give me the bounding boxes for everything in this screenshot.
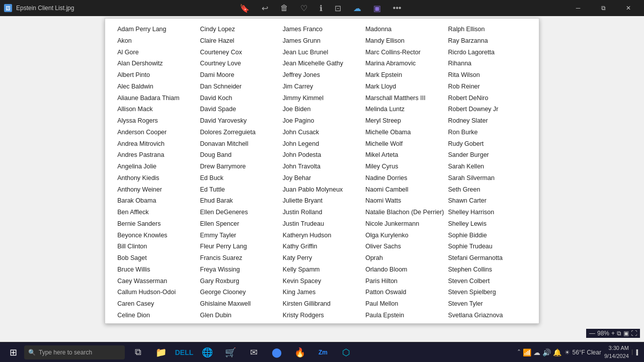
list-item: Alan Dershowitz bbox=[115, 58, 198, 69]
list-item: Charles Barkley bbox=[115, 321, 198, 324]
fit-button[interactable]: ⧉ bbox=[617, 330, 621, 337]
file-explorer-icon[interactable]: 📁 bbox=[150, 342, 172, 363]
search-placeholder: Type here to search bbox=[39, 349, 92, 356]
info-icon[interactable]: ℹ bbox=[317, 3, 325, 14]
list-item: Lady Gaga bbox=[281, 321, 363, 324]
heart-icon[interactable]: ♡ bbox=[298, 3, 309, 14]
document-view: Adam Perry LangCindy LopezJames FrancoMa… bbox=[105, 18, 539, 324]
list-item: Jim Carrey bbox=[281, 81, 363, 93]
weather-icon: ☀ bbox=[565, 349, 570, 356]
zoom-level: 98% bbox=[597, 330, 609, 337]
start-button[interactable]: ⊞ bbox=[2, 342, 24, 363]
task-view-button[interactable]: ⧉ bbox=[127, 342, 149, 363]
list-item: Sander Burger bbox=[446, 149, 528, 161]
list-item: Sophie Biddie bbox=[446, 230, 528, 241]
list-item: Sarah Silverman bbox=[446, 172, 528, 184]
list-item: Francis Suarez bbox=[198, 252, 281, 264]
taskbar: ⊞ 🔍 Type here to search ⧉ 📁 DELL 🌐 🛒 ✉ ⬤… bbox=[0, 342, 644, 362]
store-icon[interactable]: 🛒 bbox=[219, 342, 242, 363]
onedrive-icon[interactable]: ☁ bbox=[533, 348, 540, 356]
show-desktop-button[interactable]: ▐ bbox=[632, 349, 638, 355]
list-item: Kristy Rodgers bbox=[281, 310, 363, 321]
list-item: Kathy Griffin bbox=[281, 241, 363, 252]
list-item: Akon bbox=[115, 35, 198, 47]
list-item: Sophie Trudeau bbox=[446, 241, 528, 252]
clock[interactable]: 3:30 AM 9/14/2024 bbox=[604, 344, 629, 360]
more-icon[interactable]: ••• bbox=[391, 3, 404, 14]
app6-icon[interactable]: 🔥 bbox=[289, 342, 311, 363]
list-item: Albert Pinto bbox=[115, 69, 198, 81]
title-bar: 🖼 Epstein Client List.jpg 🔖 ↩ 🗑 ♡ ℹ ⊡ ☁ … bbox=[0, 0, 644, 16]
list-item: Gary Roxburg bbox=[198, 276, 281, 287]
list-item: Adam Perry Lang bbox=[115, 24, 198, 35]
zoom-indicator: — 98% + ⧉ ▣ ⛶ bbox=[586, 329, 640, 338]
search-bar[interactable]: 🔍 Type here to search bbox=[24, 345, 125, 359]
weather-widget[interactable]: ☀ 56°F Clear bbox=[565, 349, 601, 356]
fullscreen-button[interactable]: ⛶ bbox=[631, 330, 637, 337]
list-item: Angelina Jolie bbox=[115, 161, 198, 172]
list-item: Rita Wilson bbox=[446, 69, 528, 81]
list-item: Steven Spielberg bbox=[446, 287, 528, 298]
list-item: Meryl Streep bbox=[363, 115, 446, 127]
bookmark-icon[interactable]: 🔖 bbox=[237, 3, 252, 14]
list-item: Seth Green bbox=[446, 184, 528, 196]
list-item: Bruce Willis bbox=[115, 264, 198, 276]
cloud-icon[interactable]: ☁ bbox=[351, 3, 363, 14]
zoom-out-button[interactable]: — bbox=[589, 330, 595, 337]
list-item: Paul Mellon bbox=[363, 298, 446, 310]
list-item: John Travolta bbox=[281, 161, 363, 172]
list-item: Madonna bbox=[363, 24, 446, 35]
window-title: Epstein Client List.jpg bbox=[16, 5, 74, 12]
list-item: Claire Hazel bbox=[198, 35, 281, 47]
list-item: Freya Wissing bbox=[198, 264, 281, 276]
list-item: Dolores Zorreguieta bbox=[198, 127, 281, 138]
list-item: King James bbox=[281, 287, 363, 298]
list-item: Jean Luc Brunel bbox=[281, 47, 363, 58]
list-item: Alyssa Rogers bbox=[115, 115, 198, 127]
list-item: Bill Clinton bbox=[115, 241, 198, 252]
zoom-icon[interactable]: Zm bbox=[312, 342, 334, 363]
chrome-icon[interactable]: ⬤ bbox=[266, 342, 288, 363]
grid-icon[interactable]: ▣ bbox=[371, 3, 383, 14]
list-item: Andres Pastrana bbox=[115, 149, 198, 161]
list-item: Stephen Collins bbox=[446, 264, 528, 276]
list-item: Miley Cyrus bbox=[363, 161, 446, 172]
view-mode-button[interactable]: ▣ bbox=[623, 330, 629, 337]
list-item: Kevin Spacey bbox=[281, 276, 363, 287]
dell-icon[interactable]: DELL bbox=[173, 342, 195, 363]
close-button[interactable]: ✕ bbox=[617, 0, 640, 16]
list-item: Ron Burke bbox=[446, 127, 528, 138]
list-item: Greg Holbert bbox=[198, 321, 281, 324]
list-item: Shelley Harrison bbox=[446, 207, 528, 218]
volume-icon[interactable]: 🔊 bbox=[542, 348, 551, 356]
zoom-in-button[interactable]: + bbox=[611, 330, 615, 337]
list-item: Anthony Kiedis bbox=[115, 172, 198, 184]
list-item: Patton Oswald bbox=[363, 287, 446, 298]
share-icon[interactable]: ⊡ bbox=[333, 3, 343, 14]
list-item: Robert Downey Jr bbox=[446, 104, 528, 115]
names-list: Adam Perry LangCindy LopezJames FrancoMa… bbox=[115, 24, 529, 324]
list-item: Joy Behar bbox=[281, 172, 363, 184]
list-item: Emmy Tayler bbox=[198, 230, 281, 241]
list-item: Paula Hala bbox=[363, 321, 446, 324]
network-icon[interactable]: 📶 bbox=[523, 348, 531, 356]
mail-icon[interactable]: ✉ bbox=[243, 342, 265, 363]
title-bar-left: 🖼 Epstein Client List.jpg bbox=[4, 4, 74, 12]
list-item: Jeffrey Jones bbox=[281, 69, 363, 81]
app7-icon[interactable]: ⬡ bbox=[335, 342, 357, 363]
list-item: Steven Colbert bbox=[446, 276, 528, 287]
app-icon: 🖼 bbox=[4, 4, 12, 12]
list-item: Ed Buck bbox=[198, 172, 281, 184]
list-item: John Podesta bbox=[281, 149, 363, 161]
tray-chevron[interactable]: ˄ bbox=[517, 348, 521, 356]
list-item: Robert DeNiro bbox=[446, 93, 528, 104]
delete-icon[interactable]: 🗑 bbox=[278, 3, 290, 14]
maximize-button[interactable]: ⧉ bbox=[592, 0, 615, 16]
list-item: Oprah bbox=[363, 252, 446, 264]
battery-notification-icon[interactable]: 🔔 bbox=[553, 348, 561, 356]
list-item: John Cusack bbox=[281, 127, 363, 138]
edge-icon[interactable]: 🌐 bbox=[196, 342, 218, 363]
list-item: Ellen Spencer bbox=[198, 218, 281, 230]
rotate-icon[interactable]: ↩ bbox=[260, 3, 270, 14]
minimize-button[interactable]: ─ bbox=[567, 0, 590, 16]
